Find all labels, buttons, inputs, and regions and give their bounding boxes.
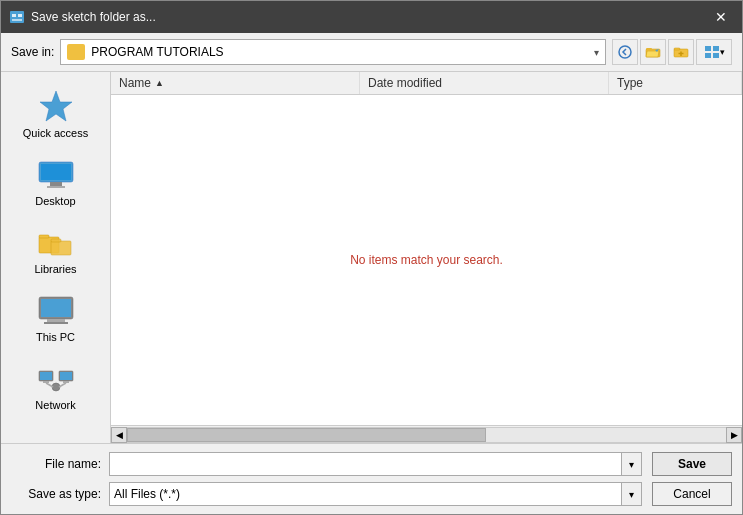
- network-icon: [36, 361, 76, 397]
- form-actions: Save Cancel: [652, 452, 732, 506]
- save-dialog: Save sketch folder as... ✕ Save in: PROG…: [0, 0, 743, 515]
- svg-rect-32: [43, 381, 49, 383]
- svg-rect-2: [18, 14, 22, 17]
- sidebar-item-quick-access[interactable]: Quick access: [1, 82, 110, 146]
- svg-rect-16: [713, 53, 719, 58]
- filename-input[interactable]: [110, 453, 621, 475]
- horizontal-scrollbar[interactable]: ◀ ▶: [111, 425, 742, 443]
- scroll-thumb[interactable]: [127, 428, 486, 442]
- sidebar-item-desktop[interactable]: Desktop: [1, 150, 110, 214]
- saveastype-label: Save as type:: [11, 487, 101, 501]
- svg-point-4: [619, 46, 631, 58]
- svg-rect-10: [674, 48, 680, 50]
- svg-rect-29: [44, 322, 68, 324]
- svg-rect-21: [47, 186, 65, 188]
- chevron-down-icon: ▾: [594, 47, 599, 58]
- toolbar-nav-buttons: ▾: [612, 39, 732, 65]
- scroll-track[interactable]: [127, 427, 726, 443]
- svg-rect-15: [705, 53, 711, 58]
- column-headers: Name ▲ Date modified Type: [111, 72, 742, 95]
- title-bar: Save sketch folder as... ✕: [1, 1, 742, 33]
- sidebar-item-label: Network: [35, 399, 75, 411]
- svg-rect-20: [50, 182, 62, 186]
- svg-marker-17: [40, 91, 72, 121]
- scroll-left-button[interactable]: ◀: [111, 427, 127, 443]
- sidebar-item-this-pc[interactable]: This PC: [1, 286, 110, 350]
- svg-rect-23: [39, 235, 49, 238]
- svg-rect-31: [40, 372, 52, 380]
- back-button[interactable]: [612, 39, 638, 65]
- col-header-name[interactable]: Name ▲: [111, 72, 360, 94]
- main-content: Quick access Desktop: [1, 72, 742, 443]
- dialog-title: Save sketch folder as...: [31, 10, 708, 24]
- sidebar-item-label: Desktop: [35, 195, 75, 207]
- libraries-icon: [36, 225, 76, 261]
- svg-line-37: [46, 383, 53, 387]
- filename-dropdown-arrow[interactable]: ▾: [621, 453, 641, 475]
- svg-rect-28: [47, 319, 65, 322]
- col-header-type[interactable]: Type: [609, 72, 742, 94]
- filename-label: File name:: [11, 457, 101, 471]
- folder-icon: [67, 44, 85, 60]
- svg-rect-19: [41, 164, 71, 180]
- svg-rect-1: [12, 14, 16, 17]
- empty-message: No items match your search.: [350, 253, 503, 267]
- toolbar: Save in: PROGRAM TUTORIALS ▾: [1, 33, 742, 72]
- sidebar-item-label: Quick access: [23, 127, 88, 139]
- save-in-label: Save in:: [11, 45, 54, 59]
- quick-access-icon: [36, 89, 76, 125]
- svg-rect-13: [705, 46, 711, 51]
- sidebar-item-label: This PC: [36, 331, 75, 343]
- desktop-icon: [36, 157, 76, 193]
- scroll-right-button[interactable]: ▶: [726, 427, 742, 443]
- save-button[interactable]: Save: [652, 452, 732, 476]
- sidebar-item-label: Libraries: [34, 263, 76, 275]
- col-header-date[interactable]: Date modified: [360, 72, 609, 94]
- sidebar: Quick access Desktop: [1, 72, 111, 443]
- saveastype-row: Save as type: ▾: [11, 482, 642, 506]
- svg-rect-35: [63, 381, 69, 383]
- new-folder-button[interactable]: [668, 39, 694, 65]
- views-button[interactable]: ▾: [696, 39, 732, 65]
- filename-input-wrap: ▾: [109, 452, 642, 476]
- sort-arrow-icon: ▲: [155, 78, 164, 88]
- save-in-dropdown[interactable]: PROGRAM TUTORIALS ▾: [60, 39, 606, 65]
- svg-rect-34: [60, 372, 72, 380]
- filename-row: File name: ▾: [11, 452, 642, 476]
- folder-open-button[interactable]: [640, 39, 666, 65]
- dialog-icon: [9, 9, 25, 25]
- sidebar-item-libraries[interactable]: Libraries: [1, 218, 110, 282]
- svg-point-36: [52, 383, 60, 391]
- svg-line-38: [59, 383, 66, 387]
- svg-rect-14: [713, 46, 719, 51]
- saveastype-input-wrap: ▾: [109, 482, 642, 506]
- file-area: Name ▲ Date modified Type No items match…: [111, 72, 742, 443]
- saveastype-input[interactable]: [110, 483, 621, 505]
- cancel-button[interactable]: Cancel: [652, 482, 732, 506]
- file-list: No items match your search.: [111, 95, 742, 425]
- svg-rect-3: [12, 19, 22, 21]
- save-in-folder-name: PROGRAM TUTORIALS: [91, 45, 588, 59]
- this-pc-icon: [36, 293, 76, 329]
- close-button[interactable]: ✕: [708, 7, 734, 27]
- bottom-form: File name: ▾ Save as type: ▾ Save Cance: [1, 443, 742, 514]
- svg-rect-25: [51, 239, 61, 242]
- saveastype-dropdown-arrow[interactable]: ▾: [621, 483, 641, 505]
- svg-rect-24: [51, 241, 71, 255]
- svg-rect-27: [41, 299, 71, 317]
- sidebar-item-network[interactable]: Network: [1, 354, 110, 418]
